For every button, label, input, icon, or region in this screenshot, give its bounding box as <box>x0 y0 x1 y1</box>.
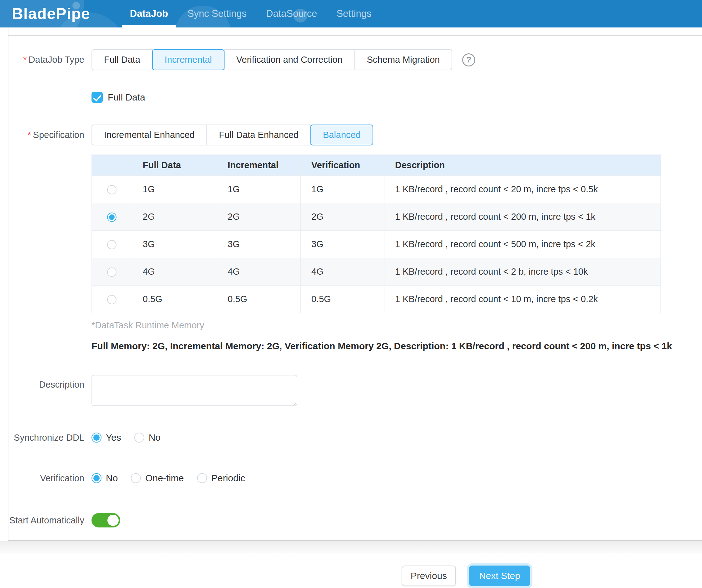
spec-row-radio-cell <box>92 286 132 313</box>
table-row[interactable]: 0.5G0.5G0.5G1 KB/record , record count <… <box>92 286 661 313</box>
spec-cell-full-data: 1G <box>132 176 217 203</box>
nav-tab-sync-settings[interactable]: Sync Settings <box>178 0 256 27</box>
spec-cell-full-data: 2G <box>132 203 217 231</box>
spec-table-body: 1G1G1G1 KB/record , record count < 20 m,… <box>92 176 661 313</box>
datajob-type-option-full-data[interactable]: Full Data <box>92 49 153 70</box>
full-data-checkbox-label: Full Data <box>108 92 145 103</box>
datajob-type-control: Full DataIncrementalVerification and Cor… <box>92 49 475 70</box>
nav-tab-settings[interactable]: Settings <box>327 0 381 27</box>
spec-row-radio[interactable] <box>107 268 116 277</box>
spec-row-radio-cell <box>92 203 132 231</box>
synchronize-ddl-radio-group: YesNo <box>92 428 173 447</box>
spec-table-grid: Full DataIncrementalVerificationDescript… <box>92 154 661 313</box>
spec-table-header-row: Full DataIncrementalVerificationDescript… <box>92 155 661 176</box>
start-automatically-label: Start Automatically <box>0 511 84 530</box>
verification-radio-periodic[interactable] <box>197 473 207 483</box>
runtime-memory-note: *DataTask Runtime Memory <box>92 320 204 330</box>
table-row[interactable]: 4G4G4G1 KB/record , record count < 2 b, … <box>92 258 661 286</box>
verification-option-one-time[interactable]: One-time <box>131 473 184 483</box>
full-data-checkbox-control: Full Data <box>92 90 145 105</box>
spec-row-radio[interactable] <box>107 212 116 222</box>
table-row[interactable]: 3G3G3G1 KB/record , record count < 500 m… <box>92 231 661 258</box>
required-asterisk: * <box>23 54 26 64</box>
spec-row-radio[interactable] <box>107 240 116 249</box>
synchronize-ddl-label: Synchronize DDL <box>0 428 84 447</box>
specification-control: Incremental EnhancedFull Data EnhancedBa… <box>92 125 373 145</box>
spec-cell-description: 1 KB/record , record count < 20 m, incre… <box>384 176 661 203</box>
nav-tab-datajob[interactable]: DataJob <box>120 0 178 27</box>
radio-label: No <box>149 432 160 443</box>
footer-shadow-strip <box>0 541 702 553</box>
datajob-type-option-schema-migration[interactable]: Schema Migration <box>354 49 453 70</box>
radio-label: No <box>106 473 118 483</box>
spec-table-column-description: Description <box>384 155 661 176</box>
radio-label: Yes <box>106 432 121 443</box>
spec-row-radio-cell <box>92 258 132 286</box>
full-data-checkbox-row: Full Data <box>0 90 702 105</box>
spec-cell-verification: 3G <box>301 231 384 258</box>
synchronize-ddl-radio-no[interactable] <box>134 433 144 443</box>
spec-table-column-full-data: Full Data <box>132 155 217 176</box>
spec-cell-full-data: 4G <box>132 258 217 286</box>
required-asterisk: * <box>27 130 31 140</box>
verification-label: Verification <box>0 469 84 487</box>
datajob-type-segments: Full DataIncrementalVerification and Cor… <box>92 49 452 70</box>
verification-option-no[interactable]: No <box>92 473 118 483</box>
datajob-type-label: *DataJob Type <box>0 49 84 70</box>
nav-bar: BladePipe DataJobSync SettingsDataSource… <box>0 0 702 27</box>
spec-cell-verification: 4G <box>301 258 384 286</box>
spec-cell-incremental: 3G <box>217 231 301 258</box>
verification-radio-no[interactable] <box>92 473 102 483</box>
spec-table-column-verification: Verification <box>301 155 384 176</box>
radio-label: Periodic <box>211 473 245 483</box>
spec-cell-description: 1 KB/record , record count < 200 m, incr… <box>384 203 661 231</box>
verification-row: Verification NoOne-timePeriodic <box>0 469 702 487</box>
spec-row-radio-cell <box>92 176 132 203</box>
spec-row-radio[interactable] <box>107 295 116 304</box>
spec-cell-full-data: 3G <box>132 231 217 258</box>
datajob-type-row: *DataJob Type Full DataIncrementalVerifi… <box>0 49 702 70</box>
synchronize-ddl-radio-yes[interactable] <box>92 433 102 443</box>
description-label: Description <box>0 375 84 394</box>
table-row[interactable]: 1G1G1G1 KB/record , record count < 20 m,… <box>92 176 661 203</box>
spec-row-radio[interactable] <box>107 185 116 194</box>
memory-summary: Full Memory: 2G, Incremental Memory: 2G,… <box>92 341 672 351</box>
spec-cell-verification: 0.5G <box>301 286 384 313</box>
spec-cell-full-data: 0.5G <box>132 286 217 313</box>
nav-tab-datasource[interactable]: DataSource <box>256 0 327 27</box>
synchronize-ddl-option-yes[interactable]: Yes <box>92 432 121 443</box>
spec-cell-description: 1 KB/record , record count < 10 m, incre… <box>384 286 661 313</box>
verification-radio-one-time[interactable] <box>131 473 141 483</box>
previous-button[interactable]: Previous <box>401 566 456 586</box>
datajob-type-option-incremental[interactable]: Incremental <box>152 49 225 70</box>
start-automatically-toggle[interactable] <box>92 513 120 528</box>
specification-option-incremental-enhanced[interactable]: Incremental Enhanced <box>92 125 207 145</box>
spec-table: Full DataIncrementalVerificationDescript… <box>92 154 661 313</box>
verification-option-periodic[interactable]: Periodic <box>197 473 245 483</box>
start-automatically-row: Start Automatically <box>0 511 702 530</box>
spec-row-radio-cell <box>92 231 132 258</box>
start-automatically-control <box>92 511 120 530</box>
brand-logo: BladePipe <box>12 5 90 23</box>
toggle-knob <box>107 514 119 526</box>
help-icon[interactable]: ? <box>462 53 475 66</box>
table-row[interactable]: 2G2G2G1 KB/record , record count < 200 m… <box>92 203 661 231</box>
spec-cell-description: 1 KB/record , record count < 2 b, incre … <box>384 258 661 286</box>
specification-option-full-data-enhanced[interactable]: Full Data Enhanced <box>206 125 311 145</box>
spec-cell-incremental: 4G <box>217 258 301 286</box>
spec-cell-incremental: 2G <box>217 203 301 231</box>
datajob-type-option-verification-and-correction[interactable]: Verification and Correction <box>224 49 355 70</box>
spec-cell-verification: 1G <box>301 176 384 203</box>
spec-cell-description: 1 KB/record , record count < 500 m, incr… <box>384 231 661 258</box>
spec-table-radio-column-header <box>92 155 132 176</box>
next-step-button[interactable]: Next Step <box>469 566 530 586</box>
full-data-checkbox[interactable] <box>92 92 103 103</box>
spec-cell-incremental: 1G <box>217 176 301 203</box>
synchronize-ddl-option-no[interactable]: No <box>134 432 160 443</box>
radio-label: One-time <box>145 473 184 483</box>
spec-cell-verification: 2G <box>301 203 384 231</box>
specification-label: *Specification <box>0 125 84 145</box>
panel-top-border <box>8 35 702 36</box>
specification-option-balanced[interactable]: Balanced <box>311 125 373 145</box>
description-textarea[interactable] <box>92 375 297 406</box>
